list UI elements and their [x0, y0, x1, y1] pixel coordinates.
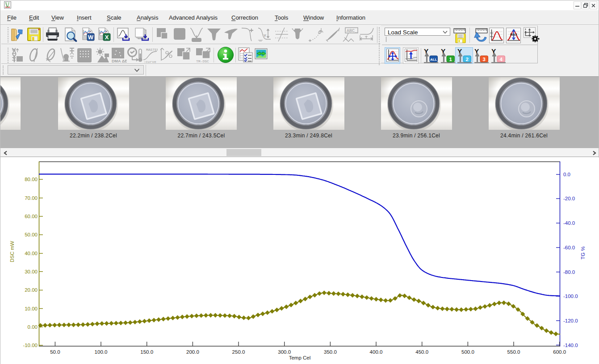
svg-text:-80.0: -80.0 — [563, 269, 575, 275]
svg-text:150.0: 150.0 — [140, 349, 153, 355]
svg-text:400.0: 400.0 — [370, 349, 383, 355]
svg-text:350.0: 350.0 — [324, 349, 337, 355]
svg-text:MASTER: MASTER — [146, 48, 158, 52]
svg-text:500.0: 500.0 — [461, 349, 474, 355]
svg-text:-60.0: -60.0 — [563, 245, 575, 250]
svg-text:1: 1 — [449, 57, 452, 62]
svg-text:-140.0: -140.0 — [563, 343, 578, 348]
svg-text:-20.0: -20.0 — [563, 196, 575, 201]
svg-text::curve: :curve — [143, 60, 156, 63]
svg-text:30.00: 30.00 — [25, 269, 38, 274]
svg-text:TM-DSC: TM-DSC — [196, 59, 209, 63]
svg-text:W: W — [88, 34, 94, 41]
svg-text:4: 4 — [499, 57, 503, 62]
svg-text:-100.0: -100.0 — [563, 294, 578, 299]
svg-text:50.00: 50.00 — [25, 232, 38, 237]
svg-text:300.0: 300.0 — [278, 349, 291, 355]
svg-text:60.00: 60.00 — [25, 214, 38, 219]
svg-text:DMA ΔE: DMA ΔE — [112, 59, 127, 63]
svg-text:ALL: ALL — [430, 58, 437, 62]
svg-text:0.00: 0.00 — [28, 324, 38, 330]
svg-text:MAX: MAX — [510, 33, 517, 36]
svg-text:100.0: 100.0 — [95, 349, 108, 355]
svg-text:3: 3 — [482, 57, 485, 62]
svg-text:TG %: TG % — [580, 246, 586, 259]
svg-text:70.00: 70.00 — [25, 195, 38, 201]
svg-text:450.0: 450.0 — [415, 349, 428, 355]
svg-text:40.00: 40.00 — [25, 251, 38, 256]
svg-text:-120.0: -120.0 — [563, 318, 578, 323]
svg-text:20.00: 20.00 — [25, 287, 38, 293]
svg-text:X: X — [105, 34, 109, 41]
svg-text:-40.0: -40.0 — [563, 220, 575, 226]
svg-text:50.0: 50.0 — [50, 349, 60, 355]
svg-text:DSC mW: DSC mW — [9, 241, 15, 262]
svg-text:2: 2 — [465, 57, 468, 62]
svg-text:Y: Y — [264, 33, 266, 38]
svg-text:Temp Cel: Temp Cel — [289, 355, 311, 360]
svg-text:-10.00: -10.00 — [23, 343, 38, 348]
svg-text:0.0: 0.0 — [563, 172, 570, 177]
svg-text:250.0: 250.0 — [232, 349, 245, 355]
svg-text:10.00: 10.00 — [25, 306, 38, 311]
svg-text:80.00: 80.00 — [25, 177, 38, 182]
svg-text:600.0: 600.0 — [553, 349, 566, 355]
svg-text:200.0: 200.0 — [186, 349, 199, 355]
svg-text:550.0: 550.0 — [507, 349, 520, 355]
svg-text:ABC_: ABC_ — [347, 29, 358, 33]
